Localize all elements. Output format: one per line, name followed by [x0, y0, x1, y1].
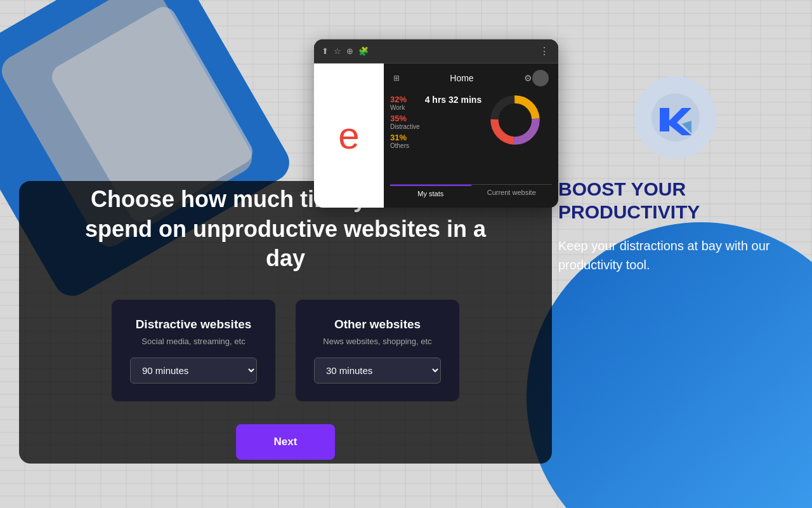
right-panel-title: BOOST YOUR PRODUCTIVITY [558, 178, 793, 224]
right-panel-description: Keep your distractions at bay with our p… [558, 236, 793, 274]
donut-svg [487, 91, 544, 149]
time-value: 4 hrs 32 mins [425, 95, 482, 105]
star-icon: ☆ [334, 46, 341, 56]
share-icon: ⬆ [322, 46, 329, 56]
puzzle-icon: 🧩 [358, 46, 369, 56]
stats-panel-title: Home [400, 73, 524, 83]
legend-work: 32% Work [390, 95, 420, 111]
right-panel: BOOST YOUR PRODUCTIVITY Keep your distra… [539, 0, 812, 508]
settings-icon: ⚙ [524, 73, 532, 83]
avatar [532, 70, 549, 86]
productivity-logo [650, 92, 701, 143]
distractive-card-subtitle: Social media, streaming, etc [141, 337, 245, 346]
distractive-label: Distractive [390, 123, 420, 130]
google-logo: e [314, 64, 384, 208]
other-time-select[interactable]: 30 minutes 15 minutes 45 minutes 60 minu… [314, 358, 441, 384]
others-label: Others [390, 142, 420, 149]
other-websites-card: Other websites News websites, shopping, … [295, 299, 460, 402]
grid-icon: ⊞ [393, 74, 400, 83]
logo-circle [634, 76, 717, 159]
work-percent: 32% [390, 95, 420, 104]
other-card-subtitle: News websites, shopping, etc [323, 337, 431, 346]
right-text-box: BOOST YOUR PRODUCTIVITY Keep your distra… [539, 178, 812, 274]
stats-panel: ⊞ Home ⚙ 32% Work 35% Distractive 31 [384, 64, 558, 208]
legend-distractive: 35% Distractive [390, 114, 420, 130]
main-panel: Choose how much time you want to spend o… [19, 181, 552, 464]
donut-chart [487, 91, 544, 149]
other-card-title: Other websites [334, 318, 421, 331]
google-letter: e [338, 117, 359, 155]
work-label: Work [390, 104, 420, 111]
distractive-card: Distractive websites Social media, strea… [111, 299, 276, 402]
distractive-time-select[interactable]: 90 minutes 15 minutes 30 minutes 45 minu… [130, 358, 257, 384]
extension-icon: ⊕ [346, 46, 353, 56]
distractive-percent: 35% [390, 114, 420, 123]
distractive-card-title: Distractive websites [136, 318, 252, 331]
next-button[interactable]: Next [236, 424, 336, 460]
browser-mockup: ⬆ ☆ ⊕ 🧩 ⋮ e ⊞ Home ⚙ 32% [314, 39, 558, 208]
current-website-tab[interactable]: Current website [471, 185, 553, 201]
svg-point-4 [502, 107, 528, 133]
others-percent: 31% [390, 133, 420, 142]
browser-content: e ⊞ Home ⚙ 32% Work 35% D [314, 64, 558, 208]
cards-row: Distractive websites Social media, strea… [111, 299, 460, 402]
stats-header: ⊞ Home ⚙ [390, 70, 552, 86]
legend-others: 31% Others [390, 133, 420, 149]
browser-sidebar: e [314, 64, 384, 208]
browser-menu-icon: ⋮ [539, 45, 551, 57]
stats-body: 32% Work 35% Distractive 31% Others 4 hr… [390, 91, 552, 181]
stats-time: 4 hrs 32 mins [425, 91, 482, 181]
my-stats-tab[interactable]: My stats [390, 185, 471, 201]
browser-toolbar: ⬆ ☆ ⊕ 🧩 ⋮ [314, 39, 558, 64]
stats-legend: 32% Work 35% Distractive 31% Others [390, 91, 420, 181]
stats-tabs: My stats Current website [390, 184, 552, 201]
